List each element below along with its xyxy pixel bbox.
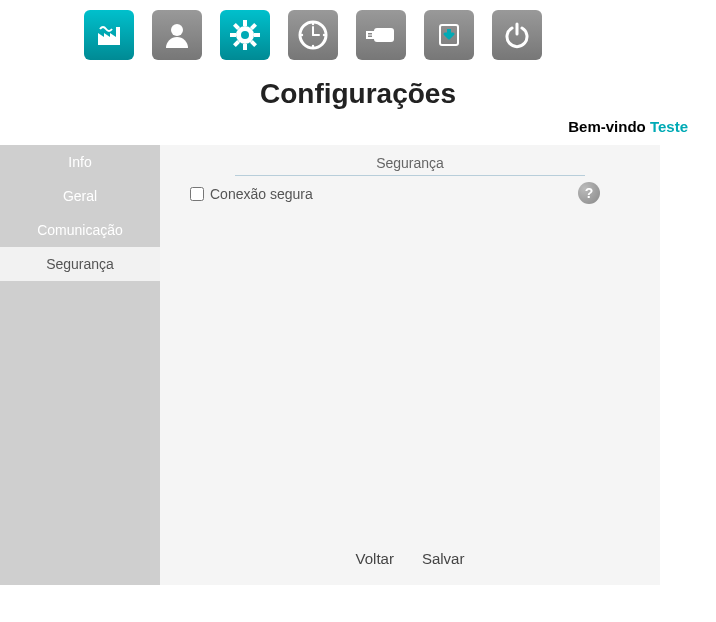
svg-point-16 — [301, 34, 303, 36]
svg-rect-19 — [374, 28, 394, 42]
clock-icon[interactable] — [288, 10, 338, 60]
download-icon[interactable] — [424, 10, 474, 60]
body-wrap: Info Geral Comunicação Segurança Seguran… — [0, 145, 660, 585]
back-button[interactable]: Voltar — [356, 550, 394, 567]
sidebar-item-seguranca[interactable]: Segurança — [0, 247, 160, 281]
welcome-label: Bem-vindo — [568, 118, 646, 135]
svg-rect-5 — [254, 33, 260, 37]
welcome-banner: Bem-vindo Teste — [0, 118, 716, 135]
section-header: Segurança — [235, 149, 585, 176]
user-icon[interactable] — [152, 10, 202, 60]
svg-point-14 — [312, 23, 314, 25]
help-icon[interactable]: ? — [578, 182, 600, 204]
secure-connection-row: Conexão segura ? — [160, 186, 660, 202]
sidebar-item-comunicacao[interactable]: Comunicação — [0, 213, 160, 247]
main-panel: Segurança Conexão segura ? Voltar Salvar — [160, 145, 660, 585]
svg-rect-4 — [230, 33, 236, 37]
power-icon[interactable] — [492, 10, 542, 60]
sidebar-item-info[interactable]: Info — [0, 145, 160, 179]
secure-connection-checkbox[interactable] — [190, 187, 204, 201]
svg-point-10 — [241, 31, 249, 39]
secure-connection-label: Conexão segura — [210, 186, 313, 202]
usb-icon[interactable] — [356, 10, 406, 60]
factory-icon[interactable] — [84, 10, 134, 60]
sidebar-item-geral[interactable]: Geral — [0, 179, 160, 213]
sidebar-item-label: Segurança — [46, 256, 114, 272]
svg-rect-20 — [368, 33, 372, 35]
svg-rect-2 — [243, 20, 247, 26]
svg-point-15 — [312, 45, 314, 47]
svg-rect-3 — [243, 44, 247, 50]
sidebar-item-label: Geral — [63, 188, 97, 204]
svg-rect-23 — [447, 29, 451, 35]
svg-rect-21 — [368, 36, 372, 38]
page-title: Configurações — [0, 78, 716, 110]
settings-sidebar: Info Geral Comunicação Segurança — [0, 145, 160, 585]
sidebar-item-label: Info — [68, 154, 91, 170]
footer-buttons: Voltar Salvar — [160, 536, 660, 585]
svg-point-17 — [323, 34, 325, 36]
save-button[interactable]: Salvar — [422, 550, 465, 567]
sidebar-item-label: Comunicação — [37, 222, 123, 238]
gear-icon[interactable] — [220, 10, 270, 60]
svg-point-0 — [171, 24, 183, 36]
top-icon-toolbar — [0, 0, 716, 68]
svg-rect-18 — [366, 31, 374, 39]
welcome-user: Teste — [650, 118, 688, 135]
